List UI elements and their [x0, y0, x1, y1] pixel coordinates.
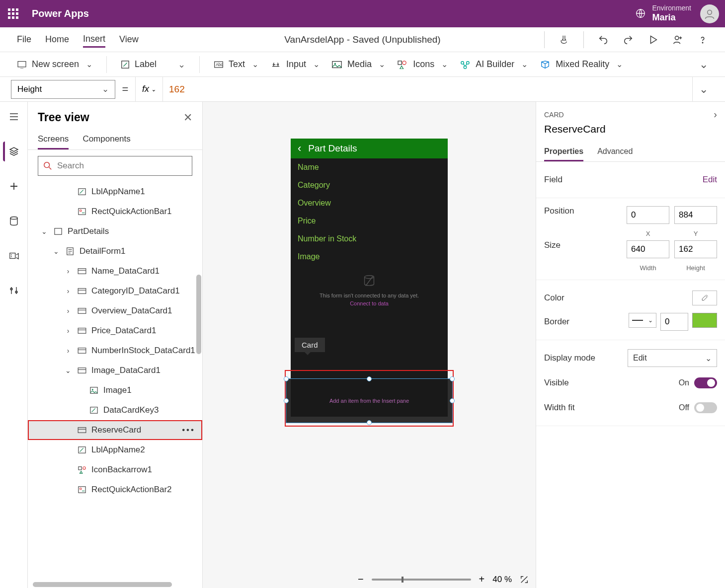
connect-data-link[interactable]: Connect to data: [291, 300, 448, 306]
expander-icon[interactable]: ⌄: [52, 247, 61, 255]
media-button[interactable]: Media: [331, 59, 385, 70]
props-expand-icon[interactable]: ›: [714, 109, 717, 120]
tree-row-categoryid_datacard1[interactable]: ›CategoryID_DataCard1: [28, 281, 202, 301]
screen-icon: [17, 61, 27, 69]
tab-components[interactable]: Components: [82, 130, 130, 149]
mixed-reality-button[interactable]: Mixed Reality: [540, 59, 623, 70]
rail-hamburger[interactable]: [4, 107, 24, 127]
expander-icon[interactable]: ›: [64, 327, 73, 335]
tree-row-image1[interactable]: Image1: [28, 380, 202, 400]
tree-row-lblappname2[interactable]: LblAppName2: [28, 440, 202, 460]
rail-data[interactable]: [4, 211, 24, 231]
back-icon[interactable]: ‹: [298, 142, 301, 155]
tree-row-name_datacard1[interactable]: ›Name_DataCard1: [28, 261, 202, 281]
tree-row-reservecard[interactable]: ReserveCard•••: [28, 420, 202, 440]
display-mode-select[interactable]: Edit⌄: [628, 349, 717, 367]
formula-input[interactable]: 162: [163, 77, 692, 102]
field-label-4[interactable]: Number in Stock: [291, 230, 448, 248]
tree-row-lblappname1[interactable]: LblAppName1: [28, 182, 202, 202]
waffle-icon[interactable]: [6, 7, 20, 21]
play-icon[interactable]: [647, 34, 658, 45]
tree-close-button[interactable]: ✕: [183, 111, 192, 124]
menu-home[interactable]: Home: [45, 32, 69, 47]
expander-icon[interactable]: ›: [64, 287, 73, 295]
rail-add[interactable]: [4, 176, 24, 196]
tree-scrollbar-v[interactable]: [196, 275, 201, 354]
fx-button[interactable]: fx⌄: [135, 77, 163, 102]
border-color-picker[interactable]: [692, 313, 717, 328]
zoom-in[interactable]: +: [479, 574, 485, 585]
rail-settings[interactable]: [4, 281, 24, 300]
tree-row-iconbackarrow1[interactable]: IconBackarrow1: [28, 460, 202, 480]
tree-row-overview_datacard1[interactable]: ›Overview_DataCard1: [28, 301, 202, 321]
field-label-3[interactable]: Price: [291, 212, 448, 230]
border-style-picker[interactable]: ⌄: [629, 313, 656, 328]
tree-search-input[interactable]: [57, 161, 187, 171]
text-button[interactable]: Abc Text: [214, 59, 258, 70]
toolbar-overflow[interactable]: ⌄: [699, 58, 708, 71]
redo-icon[interactable]: [623, 34, 634, 45]
share-icon[interactable]: [672, 34, 683, 45]
handle-ml[interactable]: [284, 398, 289, 403]
expander-icon[interactable]: ⌄: [64, 367, 73, 374]
zoom-slider[interactable]: [372, 579, 471, 581]
field-label-1[interactable]: Category: [291, 176, 448, 194]
formula-expand[interactable]: ⌄: [692, 77, 714, 102]
rail-tree[interactable]: [3, 142, 23, 161]
size-w-input[interactable]: [627, 240, 669, 258]
size-h-input[interactable]: [674, 240, 717, 258]
handle-mr[interactable]: [450, 398, 455, 403]
icons-button[interactable]: Icons: [397, 59, 448, 70]
tree-row-image_datacard1[interactable]: ⌄Image_DataCard1: [28, 361, 202, 380]
edit-field-link[interactable]: Edit: [703, 175, 717, 185]
handle-tr[interactable]: [450, 376, 455, 381]
handle-tl[interactable]: [284, 376, 289, 381]
border-width-input[interactable]: [660, 313, 688, 331]
expander-icon[interactable]: ⌄: [40, 227, 49, 235]
canvas-area[interactable]: ‹ Part Details NameCategoryOverviewPrice…: [203, 102, 536, 588]
help-icon[interactable]: [697, 34, 708, 45]
widthfit-toggle[interactable]: [694, 402, 717, 413]
tab-advanced[interactable]: Advanced: [597, 143, 633, 161]
input-button[interactable]: Input: [270, 59, 320, 70]
position-y-input[interactable]: [674, 206, 717, 224]
tree-row-detailform1[interactable]: ⌄DetailForm1: [28, 241, 202, 261]
color-picker[interactable]: [692, 291, 717, 305]
rail-media[interactable]: [4, 246, 24, 266]
ai-builder-button[interactable]: AI Builder: [460, 59, 528, 70]
expander-icon[interactable]: ›: [64, 307, 73, 315]
tree-row-rectquickactionbar2[interactable]: RectQuickActionBar2: [28, 480, 202, 500]
undo-icon[interactable]: [598, 34, 609, 45]
reserve-card-canvas[interactable]: Add an item from the Insert pane: [286, 378, 453, 423]
tree-row-numberinstock_datacard1[interactable]: ›NumberInStock_DataCard1: [28, 341, 202, 361]
environment-block[interactable]: Environment Maria: [635, 4, 691, 23]
field-label-2[interactable]: Overview: [291, 194, 448, 212]
tree-row-partdetails[interactable]: ⌄PartDetails: [28, 221, 202, 241]
field-label-0[interactable]: Name: [291, 158, 448, 176]
tree-search[interactable]: [38, 156, 192, 176]
fit-icon[interactable]: [520, 575, 529, 584]
menu-view[interactable]: View: [119, 32, 139, 47]
menu-file[interactable]: File: [17, 32, 31, 47]
menu-insert[interactable]: Insert: [83, 32, 105, 48]
property-dropdown[interactable]: Height⌄: [11, 80, 115, 99]
expander-icon[interactable]: ›: [64, 347, 73, 355]
tree-row-price_datacard1[interactable]: ›Price_DataCard1: [28, 321, 202, 341]
zoom-out[interactable]: −: [358, 574, 364, 585]
handle-tc[interactable]: [367, 376, 372, 381]
visible-toggle[interactable]: [694, 377, 717, 388]
field-label-5[interactable]: Image: [291, 248, 448, 266]
label-button[interactable]: Label ⌄: [121, 59, 185, 70]
more-icon[interactable]: •••: [182, 425, 195, 435]
tree-row-datacardkey3[interactable]: DataCardKey3: [28, 400, 202, 420]
health-icon[interactable]: [559, 34, 569, 45]
tab-screens[interactable]: Screens: [38, 130, 69, 149]
user-avatar[interactable]: [700, 4, 719, 23]
tree-scrollbar-h[interactable]: [33, 582, 197, 588]
tree-row-rectquickactionbar1[interactable]: RectQuickActionBar1: [28, 202, 202, 221]
expander-icon[interactable]: ›: [64, 267, 73, 275]
handle-bc[interactable]: [367, 420, 372, 425]
new-screen-button[interactable]: New screen: [17, 59, 92, 70]
position-x-input[interactable]: [627, 206, 669, 224]
tab-properties[interactable]: Properties: [544, 143, 583, 161]
